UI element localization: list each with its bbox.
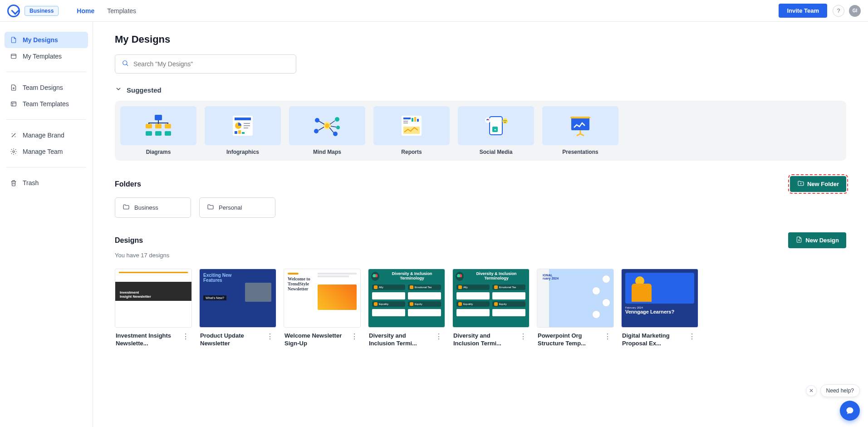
svg-rect-33 — [414, 117, 416, 122]
design-menu-button[interactable]: ⋮ — [433, 332, 444, 341]
design-thumbnail: InvestmentInsight Newsletter — [115, 269, 192, 328]
suggested-infographics[interactable]: Infographics — [205, 106, 281, 155]
svg-point-27 — [336, 126, 340, 129]
design-card[interactable]: InvestmentInsight Newsletter Investment … — [115, 269, 192, 348]
design-thumbnail: Exciting NewFeatures What's New? — [199, 269, 276, 328]
suggested-reports[interactable]: Reports — [373, 106, 450, 155]
chat-fab[interactable] — [840, 401, 860, 421]
folders-heading: Folders — [115, 180, 141, 188]
designs-heading: Designs — [115, 236, 143, 245]
suggested-heading: Suggested — [127, 86, 162, 94]
suggested-mindmaps[interactable]: Mind Maps — [289, 106, 365, 155]
svg-rect-17 — [244, 128, 248, 128]
sidebar-item-team-designs[interactable]: Team Designs — [5, 79, 88, 96]
design-card[interactable]: February 2024 Venngage Learners? Digital… — [621, 269, 698, 348]
suggested-presentations[interactable]: Presentations — [542, 106, 618, 155]
svg-point-40 — [505, 120, 506, 121]
folder-icon — [123, 203, 130, 212]
sidebar-item-manage-team[interactable]: Manage Team — [5, 143, 88, 160]
nav-home[interactable]: Home — [77, 7, 94, 15]
sidebar-item-my-templates[interactable]: My Templates — [5, 48, 88, 64]
template-icon — [10, 53, 17, 60]
invite-team-button[interactable]: Invite Team — [779, 4, 827, 18]
svg-rect-30 — [403, 121, 408, 122]
svg-point-24 — [335, 117, 339, 122]
sidebar-item-team-templates[interactable]: Team Templates — [5, 96, 88, 112]
svg-rect-8 — [165, 124, 171, 128]
infographic-icon — [228, 114, 257, 137]
help-widget: ✕ Need help? — [806, 384, 860, 397]
close-icon: ✕ — [809, 388, 814, 394]
design-card[interactable]: Welcome toTrendStyleNewsletter Welcome N… — [284, 269, 361, 348]
nav-templates[interactable]: Templates — [107, 7, 136, 15]
user-avatar[interactable]: GI — [849, 5, 861, 17]
folder-business[interactable]: Business — [115, 197, 191, 218]
design-card[interactable]: IONALruary 2024 Powerpoint Org Structure… — [537, 269, 614, 348]
design-menu-button[interactable]: ⋮ — [518, 332, 529, 341]
sidebar-item-trash[interactable]: Trash — [5, 175, 88, 191]
wand-icon — [10, 132, 17, 139]
svg-rect-0 — [11, 54, 16, 58]
presentation-icon — [566, 114, 595, 137]
chat-icon — [845, 406, 854, 415]
help-button[interactable]: ? — [833, 5, 844, 17]
design-title: Investment Insights Newslette... — [116, 332, 179, 348]
close-help-button[interactable]: ✕ — [806, 385, 817, 396]
suggested-label: Social Media — [458, 149, 534, 155]
file-plus-icon — [795, 236, 803, 245]
design-menu-button[interactable]: ⋮ — [687, 332, 697, 341]
button-label: New Folder — [807, 181, 839, 187]
svg-point-22 — [325, 123, 329, 128]
svg-rect-43 — [570, 117, 590, 118]
sidebar-label: Manage Team — [23, 148, 63, 155]
suggested-diagrams[interactable]: Diagrams — [120, 106, 196, 155]
design-thumbnail: February 2024 Venngage Learners? — [621, 269, 698, 328]
help-bubble[interactable]: Need help? — [820, 384, 860, 397]
design-card[interactable]: Diversity & Inclusion Terminology AllyEm… — [452, 269, 530, 348]
design-menu-button[interactable]: ⋮ — [265, 332, 275, 341]
sidebar-item-manage-brand[interactable]: Manage Brand — [5, 127, 88, 143]
design-menu-button[interactable]: ⋮ — [180, 332, 191, 341]
plan-badge[interactable]: Business — [25, 6, 59, 16]
new-design-button[interactable]: New Design — [788, 232, 846, 248]
suggested-label: Reports — [373, 149, 450, 155]
design-menu-button[interactable]: ⋮ — [602, 332, 613, 341]
gear-icon — [10, 148, 17, 155]
suggested-label: Infographics — [205, 149, 281, 155]
sidebar-label: Manage Brand — [23, 132, 64, 139]
design-thumbnail: Diversity & Inclusion Terminology AllyEm… — [368, 269, 445, 328]
svg-rect-16 — [244, 125, 250, 126]
search-box[interactable] — [115, 54, 296, 74]
suggested-social[interactable]: Social Media — [458, 106, 534, 155]
suggested-label: Presentations — [542, 149, 618, 155]
svg-rect-34 — [417, 119, 419, 122]
suggested-toggle[interactable]: Suggested — [115, 85, 846, 94]
new-folder-button[interactable]: New Folder — [790, 176, 846, 192]
logo-icon — [7, 5, 20, 17]
folder-personal[interactable]: Personal — [199, 197, 275, 218]
design-title: Powerpoint Org Structure Temp... — [538, 332, 601, 348]
svg-rect-5 — [155, 115, 162, 120]
design-title: Diversity and Inclusion Termi... — [453, 332, 517, 348]
design-card[interactable]: Diversity & Inclusion Terminology AllyEm… — [368, 269, 445, 348]
design-thumbnail: IONALruary 2024 — [537, 269, 614, 328]
search-input[interactable] — [133, 60, 289, 68]
sidebar-item-my-designs[interactable]: My Designs — [5, 32, 88, 48]
chevron-down-icon — [115, 85, 122, 94]
svg-point-23 — [315, 118, 319, 123]
sidebar-label: Team Designs — [23, 84, 63, 91]
page-title: My Designs — [115, 34, 846, 45]
svg-point-39 — [504, 120, 505, 121]
sidebar-label: Trash — [23, 179, 39, 187]
svg-rect-31 — [403, 123, 408, 123]
team-template-icon — [10, 100, 17, 108]
design-menu-button[interactable]: ⋮ — [349, 332, 360, 341]
sidebar: My Designs My Templates Team Designs Tea… — [0, 22, 93, 427]
svg-rect-2 — [11, 102, 16, 106]
design-card[interactable]: Exciting NewFeatures What's New? Product… — [199, 269, 276, 348]
svg-rect-15 — [244, 123, 250, 124]
svg-point-4 — [123, 61, 127, 65]
svg-rect-6 — [146, 124, 152, 128]
sidebar-label: My Designs — [23, 36, 58, 44]
design-title: Product Update Newsletter — [200, 332, 264, 348]
